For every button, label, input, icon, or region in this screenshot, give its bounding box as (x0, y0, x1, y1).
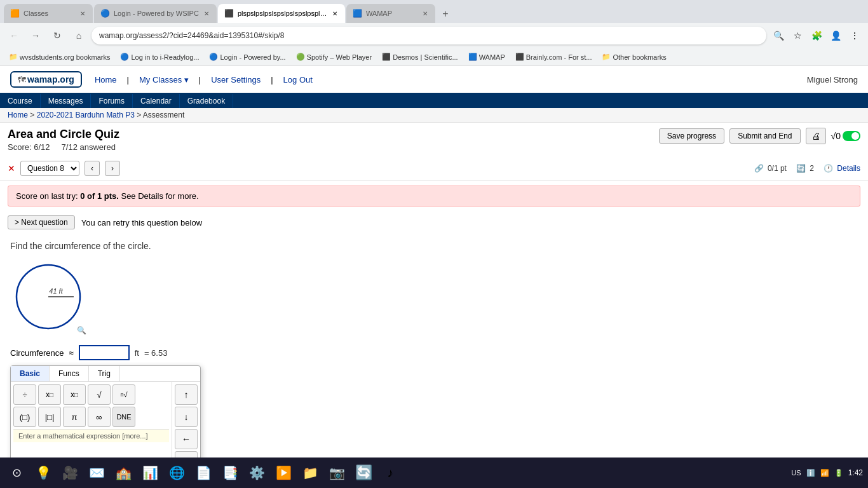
bookmark-iready[interactable]: 🔵 Log in to i-Readylog... (116, 51, 203, 62)
score-pts: 0/1 pt (768, 164, 787, 173)
score-value: 0 of 1 pts. (80, 191, 119, 201)
equals-text: = 6.53 (144, 348, 168, 358)
tab-title: Classes (24, 10, 75, 17)
menu-messages[interactable]: Messages (41, 94, 92, 108)
score-info-box: Score on last try: 0 of 1 pts. See Detai… (8, 186, 860, 207)
next-question-button[interactable]: › (105, 161, 120, 176)
bookmark-login[interactable]: 🔵 Login - Powered by... (205, 51, 289, 62)
print-button[interactable]: 🖨 (806, 128, 826, 144)
zoom-icon[interactable]: 🎥 (58, 461, 81, 484)
key-nth-root[interactable]: n√ (112, 384, 135, 405)
toggle-icon[interactable] (843, 131, 860, 141)
tab-wamap[interactable]: 🟦 WAMAP ✕ (346, 4, 435, 23)
address-bar[interactable] (92, 27, 766, 44)
zoom-icon[interactable]: 🔍 (77, 326, 86, 335)
settings-icon[interactable]: ⚙️ (245, 461, 268, 484)
tab-login[interactable]: 🔵 Login - Powered by WSIPC ✕ (94, 4, 217, 23)
classroom-icon[interactable]: 🏫 (112, 461, 135, 484)
circle-diagram: 41 ft 🔍 (10, 259, 86, 335)
tab-title: Login - Powered by WSIPC (114, 10, 199, 17)
star-icon[interactable]: ☆ (789, 27, 806, 44)
tab-funcs[interactable]: Funcs (50, 366, 89, 381)
bookmark-icon: ⬛ (382, 53, 391, 61)
menu-forums[interactable]: Forums (91, 94, 133, 108)
bookmark-brainly[interactable]: ⬛ Brainly.com - For st... (512, 51, 596, 62)
calculator-toggle[interactable]: √0 (831, 131, 860, 141)
bookmark-desmos[interactable]: ⬛ Desmos | Scientific... (378, 51, 462, 62)
key-parens[interactable]: (□) (13, 407, 36, 427)
menu-calendar[interactable]: Calendar (133, 94, 180, 108)
spotify-taskbar-icon[interactable]: ♪ (379, 461, 402, 484)
docs-icon[interactable]: 📄 (192, 461, 215, 484)
back-button[interactable]: ← (5, 27, 23, 44)
extensions-icon[interactable]: 🧩 (808, 27, 825, 44)
menu-gradebook[interactable]: Gradebook (180, 94, 233, 108)
more-icon[interactable]: ⋮ (846, 27, 863, 44)
key-dne[interactable]: DNE (112, 407, 135, 427)
breadcrumb-course[interactable]: 2020-2021 Barduhn Math P3 (37, 111, 135, 119)
score-info-suffix: See Details for more. (119, 191, 199, 201)
nav-usersettings[interactable]: User Settings (211, 75, 261, 85)
gmail-icon[interactable]: ✉️ (85, 461, 108, 484)
logo-icon: 🗺 (18, 75, 26, 85)
tab-trig[interactable]: Trig (89, 366, 120, 381)
arrow-up[interactable]: ↑ (175, 384, 198, 405)
key-pi[interactable]: π (63, 407, 86, 427)
arrow-left[interactable]: ← (175, 429, 198, 449)
bookmark-wamap[interactable]: 🟦 WAMAP (465, 51, 509, 62)
tab-basic[interactable]: Basic (11, 366, 50, 381)
home-button[interactable]: ⌂ (70, 27, 88, 44)
tab-close[interactable]: ✕ (331, 9, 339, 18)
key-subscript[interactable]: x□ (63, 384, 86, 405)
chrome-icon[interactable]: 🌐 (165, 461, 188, 484)
backup-icon[interactable]: 🔄 (352, 461, 375, 484)
circumference-input[interactable] (79, 345, 130, 360)
breadcrumb-home[interactable]: Home (8, 111, 28, 119)
slides-icon[interactable]: 📑 (219, 461, 241, 484)
refresh-button[interactable]: ↻ (48, 27, 66, 44)
nav-myclasses[interactable]: My Classes ▾ (139, 75, 189, 85)
prev-question-button[interactable]: ‹ (85, 161, 100, 176)
files-icon[interactable]: 📁 (299, 461, 322, 484)
tab-active[interactable]: ⬛ plspslpslpslspslpslspslpspllp... ✕ (218, 4, 345, 23)
attempts-count: 2 (810, 164, 814, 173)
nav-logout[interactable]: Log Out (283, 75, 313, 85)
key-abs[interactable]: |□| (38, 407, 61, 427)
bookmark-wvsd[interactable]: 📁 wvsdstudents.org bookmarks (5, 51, 114, 62)
tab-close[interactable]: ✕ (79, 9, 86, 18)
nav-bar: ← → ↻ ⌂ 🔍 ☆ 🧩 👤 ⋮ (0, 23, 868, 48)
key-divide[interactable]: ÷ (13, 384, 36, 405)
bookmark-other[interactable]: 📁 Other bookmarks (598, 51, 670, 62)
save-progress-button[interactable]: Save progress (659, 128, 724, 144)
details-link[interactable]: Details (837, 164, 860, 173)
question-nav-left: ✕ Question 8 ‹ › (8, 161, 120, 176)
assessment-title: Area and Circle Quiz (8, 128, 119, 141)
next-question-button[interactable]: > Next question (8, 215, 75, 229)
sheets-icon[interactable]: 📊 (139, 461, 161, 484)
camera-icon[interactable]: 📷 (325, 461, 348, 484)
browser-window: 🟧 Classes ✕ 🔵 Login - Powered by WSIPC ✕… (0, 0, 868, 66)
bookmark-icon: 🟦 (468, 53, 477, 61)
hint-text: Enter a mathematical expression [more...… (18, 432, 148, 440)
submit-end-button[interactable]: Submit and End (729, 128, 800, 144)
search-icon[interactable]: 🔍 (770, 27, 787, 44)
launcher-icon[interactable]: ⊙ (5, 461, 28, 484)
arrow-down[interactable]: ↓ (175, 407, 198, 427)
bulb-icon[interactable]: 💡 (32, 461, 55, 484)
forward-button[interactable]: → (27, 27, 44, 44)
new-tab-button[interactable]: + (437, 5, 454, 23)
key-infinity[interactable]: ∞ (88, 407, 111, 427)
score-info-prefix: Score on last try: (16, 191, 80, 201)
tab-classes[interactable]: 🟧 Classes ✕ (4, 4, 93, 23)
nav-home[interactable]: Home (95, 75, 117, 85)
question-selector[interactable]: Question 8 (20, 161, 79, 176)
unit-label: ft (135, 348, 139, 358)
profile-icon[interactable]: 👤 (827, 27, 844, 44)
bookmark-spotify[interactable]: 🟢 Spotify – Web Player (292, 51, 376, 62)
tab-close[interactable]: ✕ (203, 9, 210, 18)
menu-course[interactable]: Course (0, 94, 41, 108)
youtube-icon[interactable]: ▶️ (272, 461, 295, 484)
tab-close[interactable]: ✕ (421, 9, 429, 18)
key-superscript[interactable]: x□ (38, 384, 61, 405)
key-sqrt[interactable]: √ (88, 384, 111, 405)
